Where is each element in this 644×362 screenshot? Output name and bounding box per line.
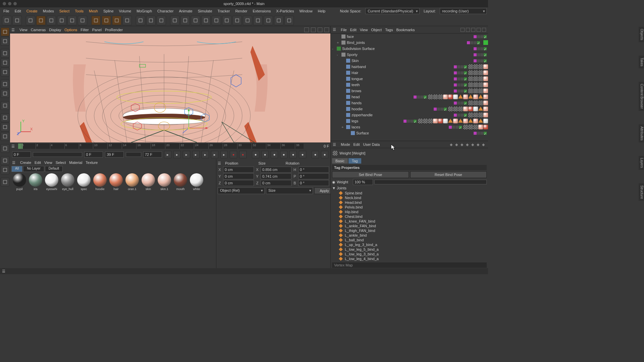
object-tag-icon[interactable] xyxy=(473,113,478,117)
joint-item[interactable]: L_ball_bind xyxy=(332,238,487,242)
render-vis-flag[interactable] xyxy=(455,126,459,129)
menu-x-particles[interactable]: X-Particles xyxy=(274,8,296,14)
material-pupil[interactable]: pupil xyxy=(12,173,27,267)
editor-vis-flag[interactable] xyxy=(457,65,460,68)
object-tag-icon[interactable] xyxy=(468,107,473,111)
editor-vis-flag[interactable] xyxy=(457,102,460,105)
snap-s3-icon[interactable] xyxy=(1,132,9,141)
object-tag-icon[interactable] xyxy=(438,119,443,123)
current-frame-input[interactable]: 0 F xyxy=(84,152,103,158)
mat-menu-texture[interactable]: Texture xyxy=(86,161,98,165)
menu-help[interactable]: Help xyxy=(316,8,328,14)
align-icon[interactable] xyxy=(232,16,242,25)
editor-vis-flag[interactable] xyxy=(477,35,480,38)
object-tag-icon[interactable] xyxy=(478,101,483,105)
om-item-teeth[interactable]: teeth ✓ xyxy=(331,82,488,88)
layer-flag[interactable] xyxy=(474,35,477,38)
attr-back-icon[interactable]: ◆ xyxy=(450,142,454,146)
render-vis-flag[interactable] xyxy=(480,35,483,38)
render-vis-flag[interactable] xyxy=(480,53,483,56)
attr-up-icon[interactable]: ◆ xyxy=(461,142,465,146)
object-tag-icon[interactable] xyxy=(483,95,488,99)
rot-b-input[interactable]: 0 ° xyxy=(298,180,329,186)
weight-input[interactable]: 100 % xyxy=(353,179,373,185)
object-tag-icon[interactable] xyxy=(473,125,478,129)
undo-icon[interactable] xyxy=(2,16,11,25)
object-tag-icon[interactable] xyxy=(483,119,488,123)
menu-tracker[interactable]: Tracker xyxy=(216,8,232,14)
joint-item[interactable]: L_up_leg_3_bind_a xyxy=(332,242,487,247)
layer-flag[interactable] xyxy=(414,96,417,99)
point-icon[interactable] xyxy=(1,49,9,58)
render-vis-flag[interactable] xyxy=(420,96,423,99)
goto-start-button[interactable]: ▸ xyxy=(164,151,171,158)
om-filter-icon[interactable] xyxy=(466,28,470,32)
pen-icon[interactable] xyxy=(180,16,190,25)
object-tag-icon[interactable] xyxy=(483,88,488,93)
vp-menu-filter[interactable]: Filter xyxy=(80,28,89,32)
coord-size-mode-dropdown[interactable]: Size xyxy=(266,187,313,194)
z-axis-icon[interactable] xyxy=(112,16,121,25)
object-tag-icon[interactable] xyxy=(473,119,478,123)
om-item-skin[interactable]: Skin ✓ xyxy=(331,58,488,64)
character-icon[interactable] xyxy=(284,16,294,25)
render-vis-flag[interactable] xyxy=(410,120,413,123)
menu-select[interactable]: Select xyxy=(57,8,72,14)
mat-tab-no-layer[interactable]: No Layer xyxy=(23,166,44,172)
attr-menu-user-data[interactable]: User Data xyxy=(363,142,380,146)
hamburger-icon[interactable]: ☰ xyxy=(2,269,5,274)
object-tag-icon[interactable] xyxy=(473,101,478,105)
move-icon[interactable] xyxy=(36,16,46,25)
zoom-window-icon[interactable] xyxy=(13,2,17,5)
om-item-zipperhandle[interactable]: zipperhandle ✓ xyxy=(331,112,488,118)
material-eyeswhi[interactable]: eyeswhi xyxy=(44,173,59,267)
editor-vis-flag[interactable] xyxy=(457,83,460,86)
model-icon[interactable] xyxy=(1,27,9,36)
joint-item[interactable]: L_low_leg_3_bind_a xyxy=(332,252,487,256)
om-item-head[interactable]: head ✓ xyxy=(331,94,488,100)
joint-item[interactable]: Head.bind xyxy=(332,200,487,205)
key-pos-button[interactable]: ● xyxy=(261,151,269,158)
layer-flag[interactable] xyxy=(454,65,457,68)
object-tag-icon[interactable] xyxy=(478,107,483,111)
deformer-icon[interactable] xyxy=(243,16,252,25)
joint-item[interactable]: L_low_leg_4_bind_a xyxy=(332,256,487,261)
joint-item[interactable]: Hip.bind xyxy=(332,209,487,214)
expand-icon[interactable]: + xyxy=(341,125,345,129)
rot-h-input[interactable]: 0 ° xyxy=(298,167,329,173)
object-tag-icon[interactable] xyxy=(478,82,483,87)
camera-icon[interactable] xyxy=(264,16,273,25)
object-tag-icon[interactable] xyxy=(463,95,468,99)
joint-item[interactable]: Neck.bind xyxy=(332,195,487,200)
end-range-input[interactable]: 39 F xyxy=(105,152,124,158)
hamburger-icon[interactable]: ☰ xyxy=(11,28,16,32)
object-tag-icon[interactable] xyxy=(473,76,478,81)
x-axis-icon[interactable] xyxy=(91,16,101,25)
set-bind-pose-button[interactable]: Set Bind Pose xyxy=(332,171,409,178)
vp-menu-prorender[interactable]: ProRender xyxy=(105,28,123,32)
vp-zoom-icon[interactable] xyxy=(311,27,316,32)
menu-create[interactable]: Create xyxy=(24,8,40,14)
vp-menu-view[interactable]: View xyxy=(19,28,28,32)
poly-icon[interactable] xyxy=(1,68,9,76)
coord-mode-dropdown[interactable]: Object (Rel) xyxy=(218,187,265,194)
instance-icon[interactable] xyxy=(201,16,211,25)
vp-menu-display[interactable]: Display xyxy=(49,28,61,32)
material-hoodie[interactable]: hoodie xyxy=(93,173,107,267)
render-vis-flag[interactable] xyxy=(461,77,464,80)
object-tag-icon[interactable] xyxy=(483,76,488,81)
joint-item[interactable]: L_thigh_FAN_bind xyxy=(332,228,487,233)
uvpoly-icon[interactable] xyxy=(1,89,9,98)
live-select-icon[interactable] xyxy=(26,16,35,25)
object-tag-icon[interactable] xyxy=(453,107,458,111)
goto-end-button[interactable]: ▸ xyxy=(220,151,228,158)
object-tag-icon[interactable] xyxy=(433,119,438,123)
uvpoint-icon[interactable] xyxy=(1,80,9,88)
menu-simulate[interactable]: Simulate xyxy=(196,8,214,14)
render-vis-flag[interactable] xyxy=(461,114,464,117)
attr-new-icon[interactable]: ◆ xyxy=(477,142,481,146)
render-settings-icon[interactable] xyxy=(157,16,166,25)
mat-menu-edit[interactable]: Edit xyxy=(35,161,41,165)
enable-flag[interactable]: ✓ xyxy=(459,126,462,129)
render-pv-icon[interactable] xyxy=(146,16,156,25)
